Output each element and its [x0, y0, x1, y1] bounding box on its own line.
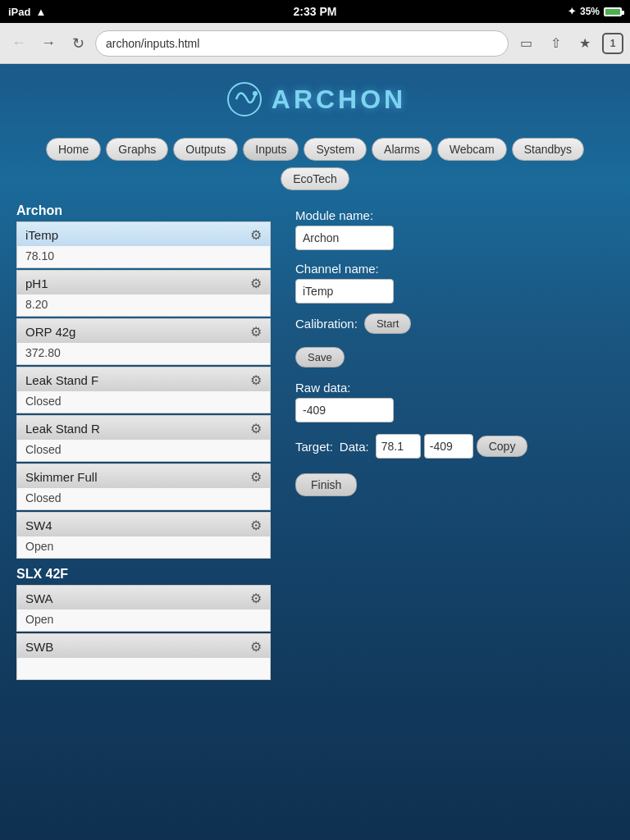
tab-count[interactable]: 1: [602, 33, 623, 54]
wifi-icon: ▲: [35, 6, 46, 18]
copy-button[interactable]: Copy: [477, 436, 528, 457]
bluetooth-icon: ✦: [568, 6, 576, 17]
list-item[interactable]: Leak Stand F ⚙ Closed: [16, 367, 271, 413]
module-item-header: SWB ⚙: [17, 634, 270, 658]
module-value: Closed: [17, 440, 270, 461]
nav-graphs[interactable]: Graphs: [106, 138, 168, 161]
module-value: Open: [17, 609, 270, 631]
right-col: Module name: Channel name: Calibration: …: [271, 197, 614, 682]
gear-icon[interactable]: ⚙: [250, 639, 262, 655]
gear-icon[interactable]: ⚙: [250, 227, 262, 243]
share-button[interactable]: ⇧: [543, 31, 568, 56]
calibration-label: Calibration:: [295, 317, 358, 331]
module-value: 372.80: [17, 343, 270, 364]
module-item-header: Leak Stand F ⚙: [17, 368, 270, 391]
back-button[interactable]: ←: [7, 31, 31, 56]
module-item-header: SWA ⚙: [17, 586, 270, 609]
gear-icon[interactable]: ⚙: [250, 372, 262, 388]
module-item-header: Skimmer Full ⚙: [17, 464, 270, 488]
nav-system[interactable]: System: [304, 138, 367, 161]
forward-button[interactable]: →: [36, 31, 61, 56]
data-value-input[interactable]: [424, 434, 473, 459]
module-name: Leak Stand R: [25, 422, 100, 436]
module-name: pH1: [25, 276, 48, 290]
logo-icon: [224, 79, 265, 120]
channel-name-input[interactable]: [295, 279, 394, 304]
list-item[interactable]: Skimmer Full ⚙ Closed: [16, 463, 271, 510]
status-left: iPad ▲: [8, 6, 46, 18]
module-item-header: iTemp ⚙: [17, 222, 270, 246]
nav-inputs[interactable]: Inputs: [243, 138, 299, 161]
gear-icon[interactable]: ⚙: [250, 421, 262, 436]
list-item[interactable]: ORP 42g ⚙ 372.80: [16, 318, 271, 365]
group1-label: Archon: [16, 197, 271, 221]
module-item-header: Leak Stand R ⚙: [17, 416, 270, 440]
module-name: iTemp: [25, 228, 58, 242]
gear-icon[interactable]: ⚙: [250, 324, 262, 340]
status-bar: iPad ▲ 2:33 PM ✦ 35%: [0, 0, 630, 23]
nav-webcam[interactable]: Webcam: [437, 138, 507, 161]
left-col: Archon iTemp ⚙ 78.10 pH1 ⚙ 8.20: [16, 197, 271, 682]
module-value: Closed: [17, 391, 270, 413]
gear-icon[interactable]: ⚙: [250, 518, 262, 533]
module-value: 8.20: [17, 294, 270, 316]
module-name: SW4: [25, 518, 52, 532]
gear-icon[interactable]: ⚙: [250, 276, 262, 291]
module-name-input[interactable]: [295, 226, 394, 250]
browser-bar: ← → ↻ ▭ ⇧ ★ 1: [0, 23, 630, 64]
list-item[interactable]: SW4 ⚙ Open: [16, 512, 271, 559]
nav-alarms[interactable]: Alarms: [372, 138, 432, 161]
battery-icon: [604, 7, 622, 16]
target-data-row: Target: Data: Copy: [295, 434, 614, 459]
module-item-header: SW4 ⚙: [17, 513, 270, 536]
module-item-header: ORP 42g ⚙: [17, 319, 270, 343]
logo-container: ARCHON: [224, 79, 406, 120]
reader-button[interactable]: ▭: [514, 31, 538, 56]
main-content: ARCHON Home Graphs Outputs Inputs System…: [0, 64, 630, 840]
nav-outputs[interactable]: Outputs: [173, 138, 238, 161]
ecotech-bar: EcoTech: [0, 164, 630, 197]
logo-text: ARCHON: [272, 84, 406, 115]
module-item-header: pH1 ⚙: [17, 271, 270, 294]
module-value: Open: [17, 536, 270, 558]
list-item[interactable]: SWB ⚙: [16, 633, 271, 680]
module-name: Skimmer Full: [25, 470, 98, 484]
reload-button[interactable]: ↻: [66, 31, 90, 56]
save-button[interactable]: Save: [295, 347, 345, 368]
nav-bar: Home Graphs Outputs Inputs System Alarms…: [0, 131, 630, 164]
target-value-input[interactable]: [376, 434, 421, 459]
url-input[interactable]: [95, 30, 509, 57]
module-name: Leak Stand F: [25, 373, 98, 387]
module-value: [17, 658, 270, 679]
target-label: Target:: [295, 440, 333, 454]
status-right: ✦ 35%: [568, 6, 622, 17]
gear-icon[interactable]: ⚙: [250, 469, 262, 485]
module-name: SWA: [25, 591, 53, 605]
bookmark-button[interactable]: ★: [573, 31, 597, 56]
status-time: 2:33 PM: [294, 5, 337, 18]
list-item[interactable]: Leak Stand R ⚙ Closed: [16, 415, 271, 462]
list-item[interactable]: SWA ⚙ Open: [16, 585, 271, 632]
data-label: Data:: [340, 440, 369, 454]
battery-percent: 35%: [580, 6, 600, 17]
channel-name-label: Channel name:: [295, 262, 614, 276]
group2-label: SLX 42F: [16, 560, 271, 585]
svg-point-0: [228, 83, 261, 116]
carrier-label: iPad: [8, 6, 30, 18]
module-value: 78.10: [17, 246, 270, 267]
list-item[interactable]: iTemp ⚙ 78.10: [16, 221, 271, 268]
app-header: ARCHON: [0, 64, 630, 131]
nav-home[interactable]: Home: [46, 138, 101, 161]
content-area: Archon iTemp ⚙ 78.10 pH1 ⚙ 8.20: [0, 197, 630, 682]
calibration-start-button[interactable]: Start: [364, 313, 411, 334]
module-value: Closed: [17, 488, 270, 509]
raw-data-input[interactable]: [295, 398, 394, 422]
module-name: SWB: [25, 640, 53, 654]
list-item[interactable]: pH1 ⚙ 8.20: [16, 270, 271, 317]
module-name: ORP 42g: [25, 325, 75, 339]
gear-icon[interactable]: ⚙: [250, 591, 262, 606]
finish-button[interactable]: Finish: [295, 473, 357, 496]
raw-data-label: Raw data:: [295, 381, 614, 395]
nav-ecotech[interactable]: EcoTech: [281, 167, 349, 190]
nav-standbys[interactable]: Standbys: [512, 138, 584, 161]
